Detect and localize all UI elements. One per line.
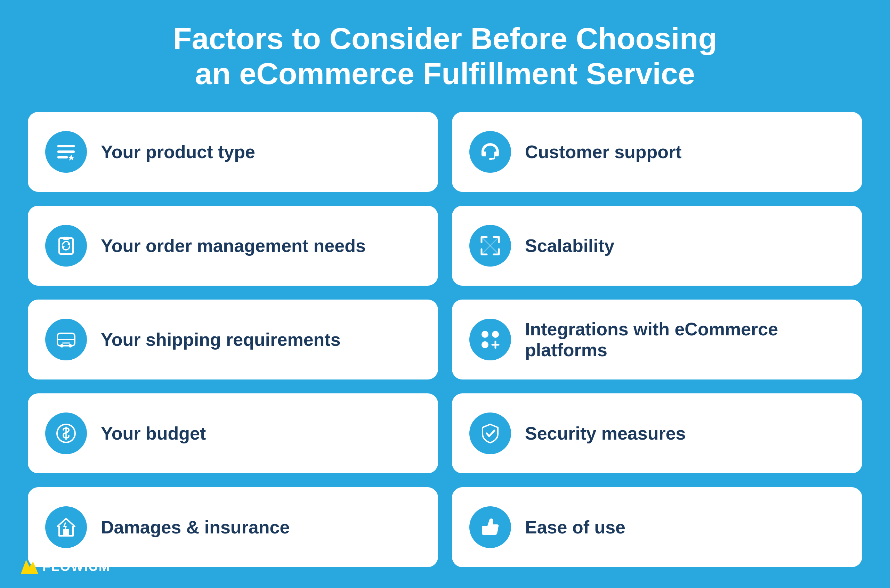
card-budget: Your budget [28,393,438,473]
main-container: Factors to Consider Before Choosing an e… [0,0,890,588]
svg-rect-2 [57,156,68,159]
svg-rect-0 [57,145,75,147]
shield-check-icon [469,412,511,454]
dollar-circle-icon [45,412,87,454]
svg-rect-4 [489,158,492,160]
svg-point-16 [482,331,488,338]
card-damages-insurance: Damages & insurance [28,487,438,567]
card-label-budget: Your budget [101,423,206,444]
card-scalability: Scalability [452,206,862,286]
card-label-integrations: Integrations with eCommerce platforms [525,319,845,360]
card-label-customer-support: Customer support [525,141,682,162]
main-title: Factors to Consider Before Choosing an e… [173,21,717,91]
svg-point-13 [69,344,72,348]
expand-arrows-icon [469,225,511,267]
card-security: Security measures [452,393,862,473]
list-star-icon [45,131,87,173]
svg-rect-6 [63,237,69,240]
thumbs-up-icon [469,506,511,548]
grid-plus-icon [469,319,511,360]
card-label-shipping-requirements: Your shipping requirements [101,329,341,350]
card-label-damages-insurance: Damages & insurance [101,517,290,538]
card-label-security: Security measures [525,423,686,444]
svg-marker-26 [21,560,38,574]
svg-point-12 [60,344,64,348]
logo-text: FLOWIUM [42,559,111,574]
card-label-ease-of-use: Ease of use [525,517,626,538]
svg-marker-3 [68,154,75,160]
card-order-management: Your order management needs [28,206,438,286]
card-customer-support: Customer support [452,112,862,192]
svg-point-18 [482,341,488,348]
shipping-tag-icon [45,319,87,360]
card-ease-of-use: Ease of use [452,487,862,567]
clipboard-refresh-icon [45,225,87,267]
title-section: Factors to Consider Before Choosing an e… [173,21,717,91]
card-shipping-requirements: Your shipping requirements [28,300,438,380]
card-integrations: Integrations with eCommerce platforms [452,300,862,380]
card-label-scalability: Scalability [525,235,614,256]
svg-rect-1 [57,150,75,153]
cards-grid: Your product type Customer support Your … [28,112,862,567]
card-product-type: Your product type [28,112,438,192]
headset-icon [469,131,511,173]
svg-rect-5 [59,238,73,254]
logo-area: FLOWIUM [21,559,111,574]
flowium-logo-icon [21,560,38,574]
card-label-product-type: Your product type [101,141,255,162]
house-damage-icon [45,506,87,548]
card-label-order-management: Your order management needs [101,235,366,256]
svg-rect-25 [63,529,69,536]
svg-point-17 [492,331,499,338]
